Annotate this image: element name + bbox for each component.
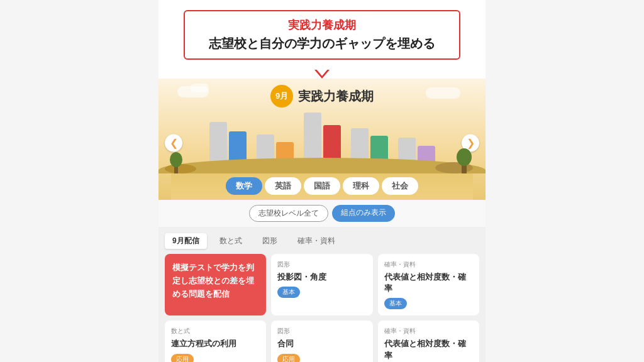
card-projection-tag: 基本 <box>277 287 300 298</box>
card-congruent[interactable]: 図形 合同 応用 <box>271 321 372 362</box>
cloud-right <box>426 87 460 99</box>
chart-section: 9月 実践力養成期 ❮ ❯ <box>158 79 486 200</box>
card-congruent-label: 図形 <box>277 327 366 336</box>
tab-math[interactable]: 数学 <box>226 177 262 195</box>
content-tab-numbers[interactable]: 数と式 <box>212 233 250 249</box>
card-representative-title: 代表値と相対度数・確率 <box>384 272 473 294</box>
card-representative-label: 確率・資料 <box>384 260 473 269</box>
card-representative2-title: 代表値と相対度数・確率 <box>384 338 473 361</box>
content-section: 9月配信 数と式 図形 確率・資料 模擬テストで学力を判定し志望校との差を埋める… <box>158 227 486 362</box>
subject-tabs: 数学 英語 国語 理科 社会 <box>171 172 473 200</box>
filter-all-btn[interactable]: 志望校レベル全て <box>249 205 328 222</box>
card-simultaneous-tag: 応用 <box>171 354 194 362</box>
card-representative-tag: 基本 <box>384 298 407 309</box>
chart-title: 実践力養成期 <box>298 88 374 105</box>
card-projection-label: 図形 <box>277 260 366 269</box>
content-tab-probability[interactable]: 確率・資料 <box>290 233 343 249</box>
card-representative2-label: 確率・資料 <box>384 327 473 336</box>
tab-japanese[interactable]: 国語 <box>304 177 340 195</box>
card-projection-title: 投影図・角度 <box>277 272 366 283</box>
content-grid-row1: 模擬テストで学力を判定し志望校との差を埋める問題を配信 図形 投影図・角度 基本… <box>165 254 479 315</box>
card-representative2[interactable]: 確率・資料 代表値と相対度数・確率 応用 <box>378 321 479 362</box>
page-container: 実践力養成期 志望校と自分の学力のギャップを埋める 9月 実践力養成期 ❮ ❯ <box>158 0 486 362</box>
month-badge: 9月 <box>270 85 293 107</box>
callout-arrow-icon <box>314 70 330 79</box>
tab-social[interactable]: 社会 <box>382 177 418 195</box>
content-tab-shapes[interactable]: 図形 <box>255 233 285 249</box>
callout-subtitle: 志望校と自分の学力のギャップを埋める <box>197 35 447 52</box>
content-grid-row2: 数と式 連立方程式の利用 応用 図形 合同 応用 確率・資料 代表値と相対度数・… <box>165 321 479 362</box>
filter-row: 志望校レベル全て 組点のみ表示 <box>158 200 486 227</box>
cloud-left-2 <box>190 84 209 92</box>
callout-title: 実践力養成期 <box>197 18 447 33</box>
callout-box: 実践力養成期 志望校と自分の学力のギャップを埋める <box>184 10 460 60</box>
card-congruent-title: 合同 <box>277 338 366 349</box>
card-representative[interactable]: 確率・資料 代表値と相対度数・確率 基本 <box>378 254 479 315</box>
card-simultaneous[interactable]: 数と式 連立方程式の利用 応用 <box>165 321 266 362</box>
callout-card: 模擬テストで学力を判定し志望校との差を埋める問題を配信 <box>165 254 266 315</box>
card-congruent-tag: 応用 <box>277 354 300 362</box>
tab-science[interactable]: 理科 <box>343 177 379 195</box>
card-simultaneous-label: 数と式 <box>171 327 260 336</box>
landscape <box>158 151 486 173</box>
content-header-tabs: 9月配信 数と式 図形 確率・資料 <box>165 233 479 249</box>
content-tab-month[interactable]: 9月配信 <box>165 233 207 249</box>
filter-score-btn[interactable]: 組点のみ表示 <box>332 205 395 222</box>
tab-english[interactable]: 英語 <box>265 177 301 195</box>
card-projection[interactable]: 図形 投影図・角度 基本 <box>271 254 372 315</box>
card-simultaneous-title: 連立方程式の利用 <box>171 338 260 349</box>
